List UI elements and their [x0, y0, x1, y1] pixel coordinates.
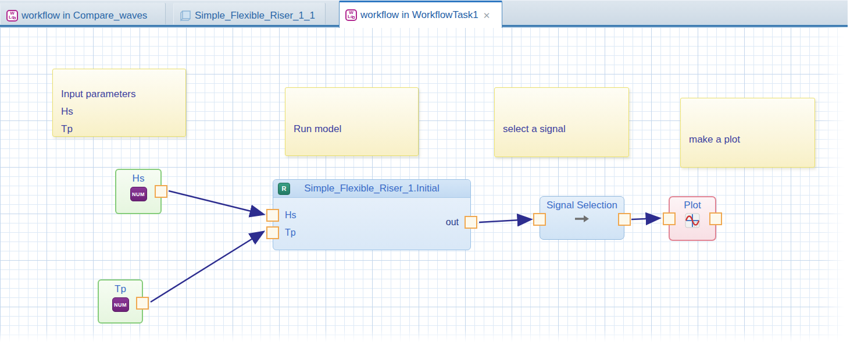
tab-bar: W Lo workflow in Compare_waves Simple_Fl… [0, 0, 848, 27]
close-icon[interactable]: ✕ [483, 11, 491, 20]
connection-signal-to-plot[interactable] [631, 218, 659, 219]
tab-label: workflow in WorkflowTask1 [360, 9, 478, 21]
connection-riser-to-signal[interactable] [479, 219, 530, 222]
port-riser-input-tp[interactable] [266, 226, 279, 239]
port-plot-output[interactable] [709, 212, 722, 225]
tab-label: Simple_Flexible_Riser_1_1 [195, 10, 315, 22]
model-cube-icon [180, 10, 191, 22]
port-signal-input[interactable] [533, 213, 546, 226]
workflow-canvas[interactable]: Input parameters Hs Tp Run model select … [0, 27, 848, 343]
connection-hs-to-riser[interactable] [169, 191, 263, 214]
workflow-icon: W Lo [345, 9, 357, 21]
port-hs-output[interactable] [155, 185, 167, 198]
port-riser-output[interactable] [465, 216, 477, 229]
port-riser-input-hs[interactable] [266, 209, 279, 222]
workflow-icon-square [352, 16, 355, 19]
port-tp-output[interactable] [136, 297, 149, 310]
workflow-icon: W Lo [6, 10, 18, 22]
workflow-icon-square [13, 17, 16, 19]
tab-label: workflow in Compare_waves [22, 10, 147, 22]
workflow-editor: W Lo workflow in Compare_waves Simple_Fl… [0, 0, 868, 348]
connection-layer [0, 27, 848, 343]
port-signal-output[interactable] [618, 213, 631, 226]
port-plot-input[interactable] [663, 212, 676, 225]
connection-tp-to-riser[interactable] [151, 232, 263, 302]
tab-workflow-workflowtask1[interactable]: W Lo workflow in WorkflowTask1 ✕ [339, 1, 502, 28]
